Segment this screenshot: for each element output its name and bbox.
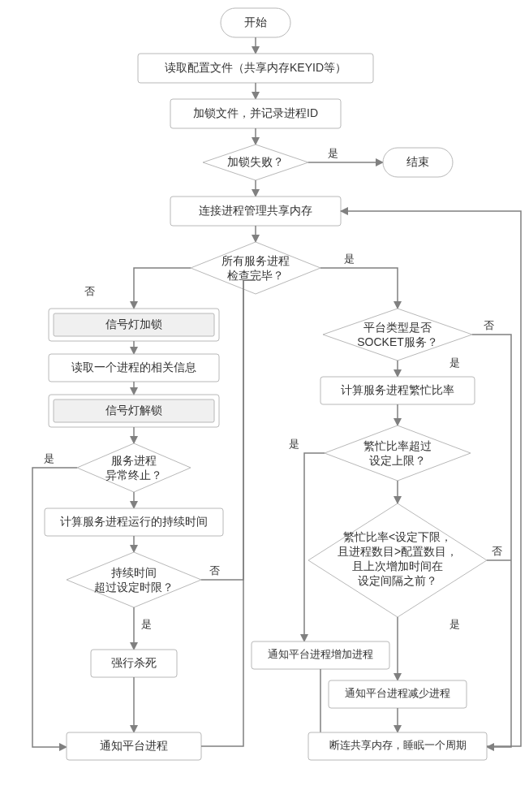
node-calc-duration: 计算服务进程运行的持续时间 xyxy=(45,508,223,536)
node-all-checked: 所有服务进程 检查完毕？ xyxy=(191,242,320,294)
calc-duration-label: 计算服务进程运行的持续时间 xyxy=(60,515,208,528)
edge-busy-exceed-yes: 是 xyxy=(289,438,299,450)
sem-unlock-label: 信号灯解锁 xyxy=(105,404,162,417)
node-end: 结束 xyxy=(383,148,453,177)
edge-lock-failed-yes: 是 xyxy=(328,147,338,159)
notify-platform-label: 通知平台进程 xyxy=(100,739,168,752)
read-config-label: 读取配置文件（共享内存KEYID等） xyxy=(165,61,346,74)
end-label: 结束 xyxy=(406,155,429,168)
proc-abnormal-line1: 服务进程 xyxy=(111,454,157,467)
disconnect-sleep-label: 断连共享内存，睡眠一个周期 xyxy=(329,739,467,751)
edge-is-socket-no: 否 xyxy=(484,319,494,331)
busy-below-line2: 且进程数目>配置数目， xyxy=(338,545,458,558)
node-force-kill: 强行杀死 xyxy=(91,650,177,677)
force-kill-label: 强行杀死 xyxy=(111,656,157,669)
edge-busy-below-yes: 是 xyxy=(449,618,460,630)
node-read-config: 读取配置文件（共享内存KEYID等） xyxy=(138,54,373,83)
edge-proc-abnormal-yes: 是 xyxy=(44,452,54,464)
node-connect-shm: 连接进程管理共享内存 xyxy=(170,197,341,226)
edge-is-socket-yes: 是 xyxy=(449,356,460,369)
lock-failed-label: 加锁失败？ xyxy=(227,155,284,168)
edge-busy-below-no: 否 xyxy=(492,545,502,557)
lock-file-label: 加锁文件，并记录进程ID xyxy=(193,106,318,119)
is-socket-line1: 平台类型是否 xyxy=(363,321,432,334)
node-duration-exceed: 持续时间 超过设定时限？ xyxy=(67,552,201,607)
edge-duration-exceed-no: 否 xyxy=(209,564,220,577)
duration-exceed-line2: 超过设定时限？ xyxy=(94,581,174,594)
notify-add-label: 通知平台进程增加进程 xyxy=(268,648,373,660)
notify-reduce-label: 通知平台进程减少进程 xyxy=(345,687,450,699)
duration-exceed-line1: 持续时间 xyxy=(111,566,157,579)
node-notify-add: 通知平台进程增加进程 xyxy=(252,641,389,669)
edge-all-checked-yes: 是 xyxy=(344,253,355,265)
node-lock-file: 加锁文件，并记录进程ID xyxy=(170,99,341,128)
node-sem-unlock: 信号灯解锁 xyxy=(49,395,219,427)
busy-exceed-line2: 设定上限？ xyxy=(369,454,426,467)
node-is-socket: 平台类型是否 SOCKET服务？ xyxy=(323,309,472,361)
sem-lock-label: 信号灯加锁 xyxy=(105,317,162,330)
node-calc-busy: 计算服务进程繁忙比率 xyxy=(320,377,475,404)
node-start: 开始 xyxy=(221,8,290,37)
all-checked-line1: 所有服务进程 xyxy=(221,254,290,267)
node-sem-lock: 信号灯加锁 xyxy=(49,309,219,341)
node-busy-exceed: 繁忙比率超过 设定上限？ xyxy=(325,425,471,481)
node-disconnect-sleep: 断连共享内存，睡眠一个周期 xyxy=(308,732,487,760)
proc-abnormal-line2: 异常终止？ xyxy=(105,469,162,482)
read-proc-label: 读取一个进程的相关信息 xyxy=(71,361,196,374)
busy-below-line1: 繁忙比率<设定下限， xyxy=(343,530,452,543)
node-proc-abnormal: 服务进程 异常终止？ xyxy=(77,443,191,492)
start-label: 开始 xyxy=(244,15,267,28)
busy-below-line3: 且上次增加时间在 xyxy=(352,559,443,572)
busy-below-line4: 设定间隔之前？ xyxy=(358,574,437,587)
busy-exceed-line1: 繁忙比率超过 xyxy=(363,439,432,452)
node-busy-below: 繁忙比率<设定下限， 且进程数目>配置数目， 且上次增加时间在 设定间隔之前？ xyxy=(308,503,487,617)
connect-shm-label: 连接进程管理共享内存 xyxy=(199,204,312,217)
calc-busy-label: 计算服务进程繁忙比率 xyxy=(341,383,454,396)
node-lock-failed: 加锁失败？ xyxy=(203,145,308,180)
edge-all-checked-no: 否 xyxy=(84,285,95,297)
flowchart-canvas: 开始 读取配置文件（共享内存KEYID等） 加锁文件，并记录进程ID 加锁失败？… xyxy=(0,0,529,812)
node-read-proc: 读取一个进程的相关信息 xyxy=(49,354,219,382)
edge-duration-exceed-yes: 是 xyxy=(141,618,152,630)
node-notify-platform: 通知平台进程 xyxy=(67,732,201,760)
is-socket-line2: SOCKET服务？ xyxy=(357,335,438,348)
node-notify-reduce: 通知平台进程减少进程 xyxy=(329,680,467,708)
